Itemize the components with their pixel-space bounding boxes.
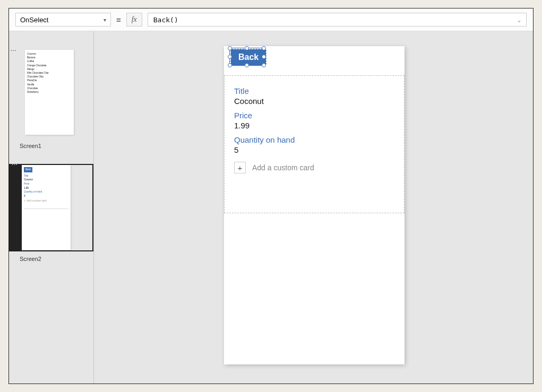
formula-text: Back() bbox=[153, 16, 178, 24]
list-item: Coffee bbox=[27, 59, 72, 63]
fx-icon[interactable]: fx bbox=[126, 13, 142, 27]
phone-frame: Back Title Coconut Price 1.99 bbox=[224, 46, 405, 364]
screen2-thumbnail[interactable]: … Back Title Coconut Price 1.99 Quantity… bbox=[9, 164, 93, 251]
ellipsis-icon[interactable]: … bbox=[11, 161, 18, 164]
value-mini: 1.99 bbox=[24, 186, 68, 190]
list-item: Pistachio bbox=[27, 79, 72, 82]
price-value: 1.99 bbox=[234, 121, 394, 130]
quantity-label: Quantity on hand bbox=[234, 135, 394, 144]
value-mini: 5 bbox=[24, 194, 68, 198]
chevron-down-icon[interactable]: ⌄ bbox=[518, 17, 521, 23]
formula-bar: OnSelect ▾ = fx Back() ⌄ bbox=[9, 8, 533, 31]
screen2-dark-strip bbox=[10, 165, 22, 250]
back-button[interactable]: Back bbox=[230, 49, 266, 66]
quantity-value: 5 bbox=[234, 145, 394, 154]
design-canvas[interactable]: Back Title Coconut Price 1.99 bbox=[94, 31, 533, 384]
screen2-preview: Back Title Coconut Price 1.99 Quantity o… bbox=[22, 165, 71, 250]
title-label: Title bbox=[234, 86, 394, 95]
label-mini: Price bbox=[24, 182, 68, 186]
screen1-thumbnail[interactable]: … Coconut Banana Coffee Orange Chocolate… bbox=[9, 50, 93, 135]
screens-panel: … Coconut Banana Coffee Orange Chocolate… bbox=[9, 31, 94, 384]
list-item: Banana bbox=[27, 56, 72, 59]
label-mini: Quantity on hand bbox=[24, 190, 68, 194]
chevron-down-icon: ▾ bbox=[104, 17, 106, 23]
price-label: Price bbox=[234, 111, 394, 120]
add-custom-card-label: Add a custom card bbox=[252, 163, 314, 172]
equals-sign: = bbox=[116, 15, 121, 24]
plus-icon: + bbox=[234, 162, 246, 173]
screen2-label: Screen2 bbox=[20, 256, 93, 262]
title-value: Coconut bbox=[234, 97, 394, 106]
property-dropdown-value: OnSelect bbox=[20, 16, 48, 24]
app-frame: OnSelect ▾ = fx Back() ⌄ … Coconut Banan… bbox=[8, 8, 534, 384]
list-item: Chocolate Chip bbox=[27, 75, 72, 79]
formula-input[interactable]: Back() ⌄ bbox=[148, 13, 527, 27]
ellipsis-icon[interactable]: … bbox=[10, 47, 16, 50]
back-button-mini: Back bbox=[24, 167, 32, 172]
list-item: Mint Chocolate Chip bbox=[27, 71, 72, 75]
label-mini: Title bbox=[24, 174, 68, 178]
add-mini: Add a custom card bbox=[27, 199, 47, 202]
property-dropdown[interactable]: OnSelect ▾ bbox=[15, 13, 111, 27]
list-item: Coconut bbox=[27, 52, 72, 56]
workarea: … Coconut Banana Coffee Orange Chocolate… bbox=[9, 31, 533, 384]
form-area[interactable]: Title Coconut Price 1.99 Quantity on han… bbox=[224, 75, 405, 213]
list-item: Strawberry bbox=[27, 90, 72, 94]
value-mini: Coconut bbox=[24, 178, 68, 182]
list-item: Orange Chocolate bbox=[27, 64, 72, 67]
list-item: Vanilla bbox=[27, 83, 72, 86]
screen1-preview: Coconut Banana Coffee Orange Chocolate M… bbox=[25, 50, 74, 135]
list-item: Mango bbox=[27, 67, 72, 71]
screen1-label: Screen1 bbox=[20, 143, 93, 149]
add-custom-card[interactable]: + Add a custom card bbox=[234, 162, 394, 173]
list-item: Chocolate bbox=[27, 86, 72, 90]
